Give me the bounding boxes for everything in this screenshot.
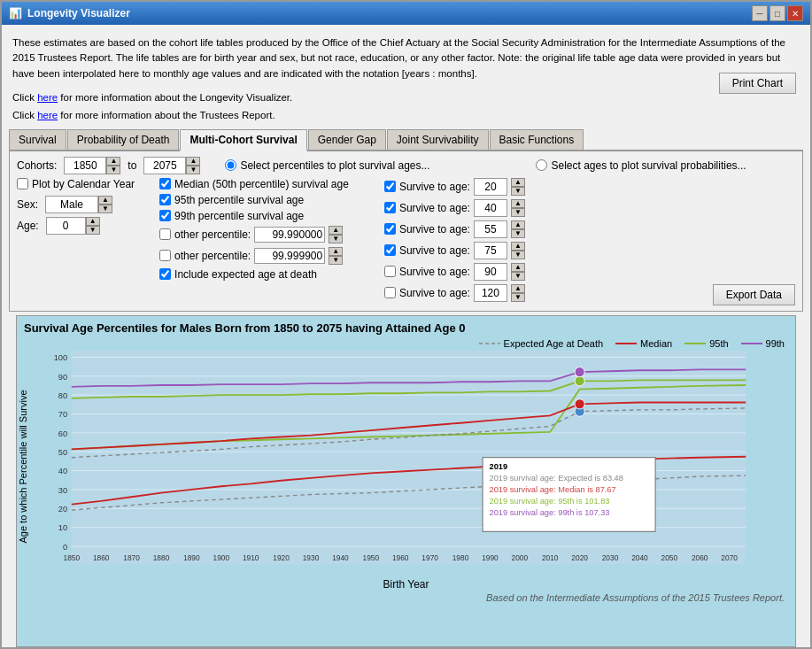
age55-input[interactable] (474, 220, 507, 238)
other2-up[interactable]: ▲ (329, 247, 343, 256)
print-btn-area: Print Chart (719, 73, 796, 94)
tab-gender-gap[interactable]: Gender Gap (308, 129, 386, 150)
cohorts-from-down[interactable]: ▼ (106, 166, 120, 174)
other1-input[interactable] (254, 227, 325, 243)
sex-row: Sex: ▲ ▼ (17, 196, 135, 213)
age40-down[interactable]: ▼ (511, 208, 525, 217)
svg-text:60: 60 (58, 429, 67, 437)
radio-percentiles-input[interactable] (225, 159, 236, 171)
chart-title: Survival Age Percentiles for Males Born … (17, 316, 795, 336)
cohorts-label: Cohorts: (17, 159, 57, 172)
sex-input[interactable] (45, 196, 98, 213)
plot-calendar-checkbox[interactable] (17, 178, 28, 189)
radio-ages-input[interactable] (536, 159, 547, 171)
svg-text:20: 20 (58, 505, 67, 514)
cb-age40-input[interactable] (384, 202, 396, 213)
age75-input[interactable] (474, 242, 507, 259)
cb-median-input[interactable] (159, 178, 171, 189)
other1-down[interactable]: ▼ (329, 235, 343, 243)
cb-95th-input[interactable] (159, 194, 171, 205)
longevity-link[interactable]: here (37, 92, 58, 103)
link1-prefix: Click (12, 92, 37, 103)
cb-age90-input[interactable] (384, 266, 396, 277)
svg-text:2019 survival age: Median is 8: 2019 survival age: Median is 87.67 (490, 484, 616, 493)
age-up[interactable]: ▲ (86, 217, 100, 226)
age20-input[interactable] (474, 178, 507, 196)
link2-prefix: Click (12, 110, 37, 120)
cb-95th: 95th percentile survival age (159, 194, 349, 206)
sex-down[interactable]: ▼ (98, 205, 112, 213)
age75-up[interactable]: ▲ (511, 242, 525, 251)
age-down[interactable]: ▼ (86, 226, 100, 235)
cohorts-from-up[interactable]: ▲ (106, 157, 120, 166)
svg-text:0: 0 (63, 542, 67, 551)
svg-text:1990: 1990 (482, 553, 499, 562)
svg-text:1950: 1950 (363, 553, 380, 562)
legend-expected: Expected Age at Death (479, 338, 604, 349)
svg-text:2019: 2019 (490, 461, 508, 470)
cohorts-to-input[interactable] (143, 157, 186, 174)
maximize-button[interactable]: □ (769, 5, 785, 21)
age75-down[interactable]: ▼ (511, 251, 525, 259)
svg-text:90: 90 (58, 372, 67, 381)
age40-input[interactable] (474, 199, 507, 217)
tab-survival[interactable]: Survival (9, 129, 66, 150)
export-data-button[interactable]: Export Data (713, 284, 795, 305)
svg-text:1920: 1920 (273, 553, 290, 562)
age90-down[interactable]: ▼ (511, 272, 525, 281)
close-button[interactable]: ✕ (787, 5, 803, 21)
svg-text:80: 80 (58, 391, 67, 400)
svg-text:2040: 2040 (631, 553, 648, 562)
cb-age75-label: Survive to age: (399, 244, 470, 257)
minimize-button[interactable]: ─ (752, 5, 768, 21)
other2-down[interactable]: ▼ (329, 256, 343, 265)
tab-basic[interactable]: Basic Functions (490, 129, 584, 150)
print-chart-button[interactable]: Print Chart (719, 73, 796, 94)
legend-median: Median (615, 338, 672, 349)
cohorts-to-up[interactable]: ▲ (186, 157, 200, 166)
sex-up[interactable]: ▲ (98, 196, 112, 205)
age20-down[interactable]: ▼ (511, 187, 525, 196)
age120-up[interactable]: ▲ (511, 284, 525, 293)
cb-expected-input[interactable] (159, 268, 171, 280)
svg-text:1850: 1850 (64, 553, 81, 562)
cohorts-to-label: to (128, 159, 136, 172)
chart-svg: 0 10 20 30 40 50 60 70 80 90 100 (29, 351, 788, 581)
radio-percentiles-label: Select percentiles to plot survival ages… (240, 159, 429, 172)
age40-up[interactable]: ▲ (511, 199, 525, 208)
cb-age20-input[interactable] (384, 181, 396, 192)
tab-joint[interactable]: Joint Survivability (387, 129, 489, 150)
cohorts-from-input[interactable] (64, 157, 106, 174)
cb-age55-input[interactable] (384, 223, 396, 235)
age20-up[interactable]: ▲ (511, 178, 525, 187)
tab-probability[interactable]: Probability of Death (67, 129, 180, 150)
age90-input[interactable] (474, 263, 507, 281)
age55-up[interactable]: ▲ (511, 220, 525, 229)
age-input[interactable] (46, 217, 86, 235)
svg-text:2019 survival age: 95th is 101: 2019 survival age: 95th is 101.83 (490, 496, 610, 505)
other1-up[interactable]: ▲ (329, 226, 343, 235)
links-section2: Click here for more information about th… (9, 106, 803, 124)
cb-age120: Survive to age: ▲ ▼ (384, 284, 525, 302)
age90-up[interactable]: ▲ (511, 263, 525, 272)
cb-other2-input[interactable] (159, 250, 171, 261)
age120-input[interactable] (474, 284, 507, 302)
cohorts-to-down[interactable]: ▼ (186, 166, 200, 174)
sex-label: Sex: (17, 198, 38, 211)
cb-age75-input[interactable] (384, 244, 396, 256)
cb-95th-label: 95th percentile survival age (174, 194, 304, 206)
tab-multi-cohort[interactable]: Multi-Cohort Survival (180, 129, 306, 151)
cb-99th-input[interactable] (159, 210, 171, 221)
cb-age120-input[interactable] (384, 287, 396, 298)
age120-down[interactable]: ▼ (511, 293, 525, 302)
cb-other1-label: other percentile: (174, 228, 251, 241)
svg-text:1970: 1970 (421, 553, 438, 562)
cohorts-from-group: ▲ ▼ (64, 157, 120, 174)
age55-down[interactable]: ▼ (511, 229, 525, 238)
trustees-link[interactable]: here (37, 110, 58, 120)
svg-text:2010: 2010 (542, 553, 559, 562)
cb-expected-label: Include expected age at death (174, 268, 317, 281)
other2-input[interactable] (254, 248, 325, 264)
legend-99th: 99th (741, 338, 785, 349)
cb-other1-input[interactable] (159, 228, 171, 240)
